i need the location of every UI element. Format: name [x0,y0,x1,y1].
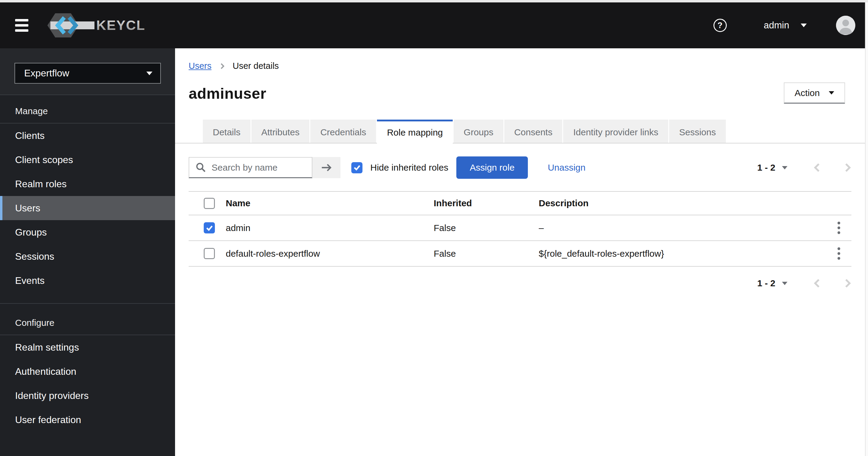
table-row: default-roles-expertflow False ${role_de… [189,241,851,267]
chevron-left-icon [813,278,820,288]
sidebar-item-users[interactable]: Users [0,196,175,220]
assign-role-button[interactable]: Assign role [456,156,528,179]
breadcrumb: Users User details [189,61,851,71]
keycloak-admin-console: KEYCLOAK ? admin Expertflow [0,2,865,456]
role-inherited: False [434,223,539,233]
sidebar-item-authentication[interactable]: Authentication [0,359,175,383]
tab-groups[interactable]: Groups [454,120,503,143]
realm-selector-area: Expertflow [0,48,175,94]
sidebar-item-client-scopes[interactable]: Client scopes [0,148,175,172]
sidebar-item-groups[interactable]: Groups [0,220,175,244]
sidebar-item-realm-settings[interactable]: Realm settings [0,335,175,359]
role-name: default-roles-expertflow [226,249,434,259]
column-header-description: Description [539,198,826,208]
toolbar: Hide inherited roles Assign role Unassig… [189,156,851,179]
check-icon [206,224,213,232]
brand-text: KEYCLOAK [96,18,146,33]
pagination-next-button[interactable] [844,163,851,173]
role-description: – [539,223,826,233]
action-dropdown-button[interactable]: Action [784,82,845,104]
topbar: KEYCLOAK ? admin [0,2,865,48]
chevron-down-icon [146,72,152,75]
search-icon [196,163,206,173]
search-input[interactable] [212,163,312,173]
role-mapping-table: Name Inherited Description admin Fa [189,191,851,267]
select-all-checkbox[interactable] [204,198,215,209]
unassign-link[interactable]: Unassign [548,163,586,173]
column-header-inherited: Inherited [434,198,539,208]
arrow-right-icon [320,163,333,173]
pagination-range: 1 - 2 [757,278,775,288]
username: admin [764,20,789,31]
table-row: admin False – [189,215,851,241]
role-description: ${role_default-roles-expertflow} [539,249,826,259]
chevron-down-icon [801,24,807,27]
action-button-label: Action [795,88,820,98]
section-label-configure: Configure [0,304,175,335]
role-inherited: False [434,249,539,259]
realm-name: Expertflow [24,68,69,79]
tab-identity-provider-links[interactable]: Identity provider links [563,120,668,143]
window-top-strip [0,0,868,2]
tab-sessions[interactable]: Sessions [669,120,726,143]
keycloak-logo-graphic: KEYCLOAK [46,11,146,40]
pagination-prev-button[interactable] [813,163,820,173]
row-checkbox[interactable] [204,222,215,233]
check-icon [353,164,361,172]
chevron-down-icon [782,166,787,169]
sidebar-item-identity-providers[interactable]: Identity providers [0,383,175,408]
hide-inherited-roles-control: Hide inherited roles [351,162,448,173]
page-title: adminuser [189,85,851,103]
sidebar-item-sessions[interactable]: Sessions [0,244,175,268]
tab-details[interactable]: Details [203,120,250,143]
sidebar-item-user-federation[interactable]: User federation [0,408,175,432]
help-icon[interactable]: ? [713,19,727,32]
main-content: Users User details adminuser Action Deta… [175,48,865,456]
tab-consents[interactable]: Consents [504,120,563,143]
vertical-scrollbar[interactable] [865,2,868,456]
sidebar-item-events[interactable]: Events [0,268,175,293]
sidebar-item-realm-roles[interactable]: Realm roles [0,172,175,196]
person-icon [836,16,855,35]
kebab-menu-icon[interactable] [836,246,842,261]
pagination-range-toggle[interactable]: 1 - 2 [757,163,787,173]
pagination-bottom: 1 - 2 [757,278,851,288]
chevron-down-icon [782,282,787,285]
section-label-manage: Manage [0,95,175,123]
keycloak-logo: KEYCLOAK [46,11,146,40]
hide-inherited-label[interactable]: Hide inherited roles [370,163,448,173]
realm-selector[interactable]: Expertflow [14,63,161,84]
role-name: admin [226,223,434,233]
sidebar-item-clients[interactable]: Clients [0,123,175,148]
pagination-prev-button[interactable] [813,278,820,288]
sidebar: Expertflow Manage Clients Client scopes … [0,48,175,456]
hamburger-menu-icon[interactable] [15,19,28,32]
pagination-range: 1 - 2 [757,163,775,173]
tab-role-mapping[interactable]: Role mapping [377,120,453,143]
search-group [189,157,340,178]
topbar-right: ? admin [713,16,855,35]
row-checkbox[interactable] [204,248,215,259]
breadcrumb-current: User details [233,61,279,71]
search-input-wrapper [189,157,312,178]
column-header-name: Name [226,198,434,208]
pagination-range-toggle[interactable]: 1 - 2 [757,278,787,288]
table-header-row: Name Inherited Description [189,192,851,215]
tabs-underline [175,143,865,143]
tab-attributes[interactable]: Attributes [251,120,310,143]
hide-inherited-checkbox[interactable] [351,162,363,173]
tab-credentials[interactable]: Credentials [310,120,376,143]
pagination-top: 1 - 2 [757,163,851,173]
pagination-next-button[interactable] [844,278,851,288]
chevron-left-icon [813,163,820,173]
chevron-right-icon [844,278,851,288]
kebab-menu-icon[interactable] [836,220,842,236]
avatar[interactable] [836,16,855,35]
chevron-right-icon [218,62,226,70]
chevron-right-icon [844,163,851,173]
user-menu[interactable]: admin [764,20,807,31]
chevron-down-icon [829,91,834,94]
search-submit-button[interactable] [312,157,340,178]
tabs: Details Attributes Credentials Role mapp… [203,120,851,143]
breadcrumb-users-link[interactable]: Users [189,61,212,71]
